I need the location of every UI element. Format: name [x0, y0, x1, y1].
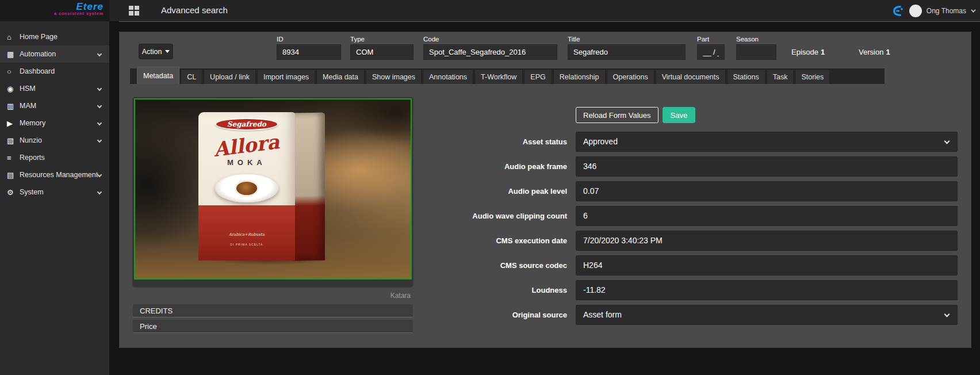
etere-icon: [892, 5, 905, 17]
tab-label: Import images: [263, 73, 309, 81]
form-row-input[interactable]: H264: [576, 255, 958, 275]
product-variant: MOKA: [198, 158, 294, 167]
form-row-input[interactable]: 346: [576, 156, 958, 177]
form-row-value: 7/20/2020 3:40:23 PM: [583, 236, 663, 245]
sidebar-item[interactable]: ≡ Reports: [0, 149, 109, 166]
form-row-input[interactable]: Asset form: [576, 305, 958, 325]
form-buttons: Reload Form Values Save: [576, 107, 958, 123]
field-input[interactable]: [697, 44, 725, 60]
asset-detail-panel: Action ID Type Code: [119, 32, 971, 348]
field-input[interactable]: [736, 44, 776, 60]
tab[interactable]: Show images: [366, 69, 422, 84]
tab-label: Stations: [733, 73, 759, 81]
tab[interactable]: Relationship: [553, 69, 606, 84]
tab-label: Stories: [801, 73, 824, 81]
brand-logo: Segafredo: [215, 118, 279, 131]
form-row: CMS execution date 7/20/2020 3:40:23 PM: [419, 231, 958, 251]
sidebar-item[interactable]: ▤ Resources Management: [0, 166, 109, 183]
sidebar-item[interactable]: ◉ HSM: [0, 80, 109, 97]
tab[interactable]: Import images: [257, 69, 315, 84]
field-input[interactable]: [423, 44, 557, 60]
sidebar-item[interactable]: ▧ Nunzio: [0, 132, 109, 149]
tab[interactable]: Upload / link: [204, 69, 256, 84]
user-avatar[interactable]: [909, 5, 922, 17]
form-row-input[interactable]: 7/20/2020 3:40:23 PM: [576, 231, 958, 251]
tab[interactable]: Virtual documents: [656, 69, 726, 84]
apps-grid-icon[interactable]: [129, 6, 139, 16]
reload-form-values-button[interactable]: Reload Form Values: [576, 107, 659, 123]
asset-header-field: Season: [736, 36, 776, 60]
tabs-strip: Metadata CL Upload / link Import images …: [130, 68, 885, 84]
form-row: Audio peak level 0.07: [419, 181, 958, 201]
app-logo: Etere a consistent system: [0, 0, 109, 21]
field-input[interactable]: [277, 44, 341, 60]
sidebar-item[interactable]: ▦ Automation: [0, 45, 109, 63]
form-row: Original source Asset form: [419, 305, 958, 325]
sidebar-item-label: HSM: [20, 85, 36, 93]
save-button[interactable]: Save: [663, 107, 696, 123]
sidebar-item[interactable]: ○ Dashboard: [0, 63, 109, 80]
play-icon: ▶: [7, 119, 20, 128]
preview-frame: Segafredo Allora MOKA Arabica+Robusta DI…: [133, 97, 413, 286]
sidebar-item[interactable]: ⚙ System: [0, 183, 109, 201]
field-label: Season: [736, 36, 776, 43]
tab[interactable]: EPG: [524, 69, 552, 84]
form-row-value: H264: [583, 261, 602, 270]
espresso-coffee: [235, 180, 259, 197]
sidebar-item-label: Nunzio: [20, 136, 42, 144]
form-row-label: Audio wave clipping count: [419, 212, 567, 220]
tab-label: Media data: [323, 73, 358, 81]
field-label: Part: [697, 36, 725, 43]
tab-label: Annotations: [429, 73, 467, 81]
sidebar-item[interactable]: ▥ MAM: [0, 97, 109, 114]
asset-header-field: Part: [697, 36, 725, 60]
field-input[interactable]: [568, 44, 686, 60]
action-dropdown-button[interactable]: Action: [139, 44, 173, 59]
app-root: Etere a consistent system Advanced searc…: [0, 0, 980, 375]
report-icon: ≡: [7, 154, 20, 162]
home-icon: ⌂: [7, 33, 20, 41]
grid-square: [129, 6, 133, 10]
form-row-label: Audio peak level: [419, 187, 567, 196]
package-smallprint-2: DI PRIMA SCELTA: [198, 243, 294, 246]
tab-label: Task: [773, 73, 788, 81]
collapsible-section-header[interactable]: CREDITS: [133, 304, 413, 317]
tab-label: Relationship: [560, 73, 599, 81]
sidebar-item[interactable]: ⌂ Home Page: [0, 28, 109, 45]
tab-label: Upload / link: [210, 73, 250, 81]
tab[interactable]: Stories: [795, 69, 830, 84]
tab[interactable]: Task: [767, 69, 794, 84]
form-row-input[interactable]: 6: [576, 206, 958, 226]
chevron-down-icon: [97, 52, 102, 56]
film-icon: ▥: [7, 102, 20, 110]
top-bar: Etere a consistent system Advanced searc…: [0, 0, 980, 21]
form-row-value: Asset form: [583, 310, 622, 319]
tab[interactable]: T-Workflow: [474, 69, 523, 84]
tab[interactable]: Annotations: [423, 69, 473, 84]
section-label: CREDITS: [140, 307, 173, 315]
sidebar-item-label: Home Page: [20, 33, 58, 41]
user-menu-chevron-down-icon[interactable]: [971, 7, 975, 12]
tab-label: Show images: [372, 73, 415, 81]
field-label: Code: [423, 36, 557, 43]
page-title: Advanced search: [161, 5, 228, 15]
form-row-input[interactable]: -11.82: [576, 280, 958, 300]
version-label: Version: [859, 48, 883, 56]
asset-preview-image[interactable]: Segafredo Allora MOKA Arabica+Robusta DI…: [134, 98, 412, 280]
tab[interactable]: Metadata: [137, 67, 179, 84]
tab[interactable]: Stations: [727, 69, 765, 84]
form-row-input[interactable]: 0.07: [576, 181, 958, 201]
form-row-input[interactable]: Approved: [576, 132, 958, 152]
version-indicator: Version1: [859, 48, 890, 56]
field-label: ID: [277, 36, 341, 43]
tab[interactable]: Media data: [316, 69, 365, 84]
hsm-icon: ◉: [7, 85, 20, 93]
tab-label: Metadata: [143, 72, 173, 80]
collapsible-section-header[interactable]: Price: [133, 320, 413, 333]
field-input[interactable]: [350, 44, 414, 60]
tab[interactable]: CL: [181, 69, 202, 84]
sidebar-item[interactable]: ▶ Memory: [0, 114, 109, 132]
user-name[interactable]: Ong Thomas: [927, 7, 966, 15]
tab[interactable]: Operations: [607, 69, 654, 84]
sidebar-item-label: System: [20, 188, 44, 196]
